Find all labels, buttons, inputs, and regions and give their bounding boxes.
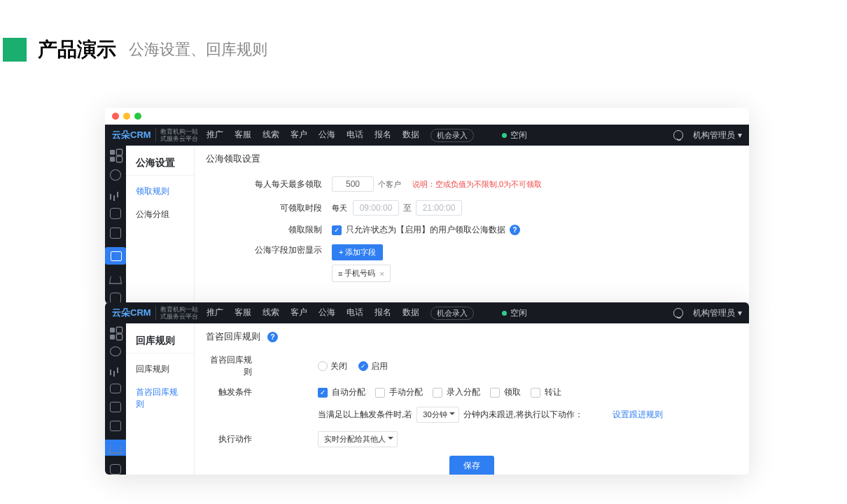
max-dot-icon[interactable]	[134, 113, 141, 120]
menu-public-sea[interactable]: 公海	[318, 129, 335, 142]
checkbox-active-only[interactable]	[332, 225, 342, 235]
status-text-2: 空闲	[510, 307, 527, 319]
row-claim-limit: 领取限制 只允许状态为【启用】的用户领取公海数据 ?	[206, 224, 738, 236]
tag-text: 手机号码	[344, 268, 375, 279]
topbar-2: 云朵CRM 教育机构一站式服务云平台 推广 客服 线索 客户 公海 电话 报名 …	[105, 302, 749, 323]
chk-input-assign[interactable]: 录入分配	[433, 386, 480, 398]
menu2-data[interactable]: 数据	[402, 307, 419, 320]
sidebar: 公海设置 领取规则 公海分组	[126, 146, 195, 304]
slide-header: 产品演示 公海设置、回库规则	[3, 36, 267, 63]
save-button[interactable]: 保存	[449, 456, 494, 475]
status-dot-icon	[502, 133, 507, 138]
menu2-customers[interactable]: 客户	[290, 307, 307, 320]
input-time-from[interactable]: 09:00:00	[353, 200, 399, 216]
menu-customers[interactable]: 客户	[290, 129, 307, 142]
rail-shield-icon[interactable]	[110, 169, 121, 181]
trigger-checkbox-row: 自动分配 手动分配 录入分配 领取 转让	[318, 386, 568, 398]
sidebar2-head: 回库规则	[126, 329, 194, 354]
logo-text-2: 云朵CRM	[112, 307, 151, 319]
rail2-box-icon[interactable]	[110, 421, 121, 431]
rail2-chart-icon[interactable]	[110, 365, 121, 375]
row-max-claim: 每人每天最多领取 500 个客户 说明：空或负值为不限制,0为不可领取	[206, 176, 738, 192]
status-indicator[interactable]: 空闲	[502, 130, 527, 141]
chk-manual-assign[interactable]: 手动分配	[375, 386, 423, 398]
menu-promo[interactable]: 推广	[206, 129, 223, 142]
add-field-button[interactable]: + 添加字段	[332, 244, 383, 260]
dd-minutes[interactable]: 30分钟	[416, 407, 458, 423]
menu2-phone[interactable]: 电话	[346, 307, 363, 320]
sidebar2-item-return[interactable]: 回库规则	[126, 358, 194, 381]
input-max-claim[interactable]: 500	[332, 176, 374, 192]
remove-tag-icon[interactable]: ×	[379, 270, 384, 278]
time-to-label: 至	[403, 202, 412, 214]
menu2-signup[interactable]: 报名	[374, 307, 391, 320]
logo-tagline-2: 教育机构一站式服务云平台	[155, 306, 198, 320]
menu2-promo[interactable]: 推广	[206, 307, 223, 320]
rail2-person-icon[interactable]	[110, 464, 121, 475]
radio-off[interactable]: 关闭	[318, 360, 347, 372]
label-claim-limit: 领取限制	[206, 224, 332, 236]
note-max-claim: 说明：空或负值为不限制,0为不可领取	[412, 179, 542, 190]
menu-phone[interactable]: 电话	[346, 129, 363, 142]
rail2-active[interactable]	[105, 440, 126, 456]
rail-apps-icon[interactable]	[110, 150, 121, 161]
label-time-range: 可领取时段	[206, 202, 332, 214]
rail-user-icon[interactable]	[110, 208, 121, 219]
rail2-funnel-icon	[110, 442, 121, 454]
rail-funnel-icon[interactable]	[110, 273, 121, 284]
menu-leads[interactable]: 线索	[262, 129, 279, 142]
sidebar-item-claim-rule[interactable]: 领取规则	[126, 180, 194, 203]
opportunity-input-button-2[interactable]: 机会录入	[430, 307, 474, 320]
row-trigger: 触发条件 自动分配 手动分配 录入分配 领取 转让	[206, 386, 738, 398]
label-enable: 首咨回库规则	[206, 354, 262, 378]
help-icon-2[interactable]: ?	[267, 332, 278, 342]
chk-auto-assign[interactable]: 自动分配	[318, 386, 365, 398]
chk-transfer[interactable]: 转让	[531, 386, 561, 398]
sidebar2-item-first-consult[interactable]: 首咨回库规则	[126, 381, 194, 416]
menu-cs[interactable]: 客服	[234, 129, 251, 142]
menu2-public-sea[interactable]: 公海	[318, 307, 335, 320]
row-time-range: 可领取时段 每天 09:00:00 至 21:00:00	[206, 200, 738, 216]
bell-icon-2[interactable]	[673, 308, 683, 318]
window-public-sea-settings: 云朵CRM 教育机构一站式服务云平台 推广 客服 线索 客户 公海 电话 报名 …	[105, 108, 749, 304]
menu2-leads[interactable]: 线索	[262, 307, 279, 320]
help-icon[interactable]: ?	[510, 225, 520, 235]
menu-signup[interactable]: 报名	[374, 129, 391, 142]
link-follow-rule[interactable]: 设置跟进规则	[612, 409, 663, 421]
rail2-apps-icon[interactable]	[110, 328, 121, 338]
input-time-to[interactable]: 21:00:00	[416, 200, 462, 216]
chevron-down-icon-2[interactable]: ▾	[738, 308, 742, 318]
accent-block	[3, 38, 27, 62]
sidebar-item-groups[interactable]: 公海分组	[126, 203, 194, 226]
rail-active-icon[interactable]	[105, 247, 126, 265]
menu-data[interactable]: 数据	[402, 129, 419, 142]
rail2-doc-icon[interactable]	[110, 402, 121, 412]
rail-doc-icon[interactable]	[110, 227, 121, 239]
bell-icon[interactable]	[673, 130, 683, 140]
opportunity-input-button[interactable]: 机会录入	[430, 129, 474, 142]
dd-exec-action[interactable]: 实时分配给其他人	[318, 431, 398, 447]
user-label-2[interactable]: 机构管理员	[693, 307, 735, 319]
chevron-down-icon[interactable]: ▾	[738, 130, 742, 140]
user-label[interactable]: 机构管理员	[693, 130, 735, 141]
logo-text: 云朵CRM	[112, 129, 151, 141]
drag-handle-icon[interactable]: ≡	[338, 270, 342, 278]
rail2-user-icon[interactable]	[110, 384, 121, 394]
min-dot-icon[interactable]	[123, 113, 130, 120]
chk-claim[interactable]: 领取	[490, 386, 521, 398]
status-text: 空闲	[510, 130, 527, 141]
content-panel-2: 首咨回库规则 ? 首咨回库规则 关闭 启用 触发条件 自动分配 手动分配 录入分…	[195, 323, 749, 475]
slide-subtitle: 公海设置、回库规则	[129, 39, 267, 60]
sidebar-2: 回库规则 回库规则 首咨回库规则	[126, 323, 195, 475]
top-menu-2: 推广 客服 线索 客户 公海 电话 报名 数据 机会录入	[206, 307, 474, 320]
tag-phone: ≡ 手机号码 ×	[332, 265, 391, 282]
rail-chart-icon[interactable]	[110, 189, 121, 200]
radio-on[interactable]: 启用	[358, 360, 388, 372]
rail2-shield-icon[interactable]	[110, 346, 121, 357]
status-indicator-2[interactable]: 空闲	[502, 307, 527, 319]
menu2-cs[interactable]: 客服	[234, 307, 251, 320]
content-panel: 公海领取设置 每人每天最多领取 500 个客户 说明：空或负值为不限制,0为不可…	[195, 146, 749, 304]
unit-customer: 个客户	[378, 179, 401, 190]
close-dot-icon[interactable]	[112, 113, 119, 120]
label-mask-fields: 公海字段加密显示	[206, 244, 332, 256]
